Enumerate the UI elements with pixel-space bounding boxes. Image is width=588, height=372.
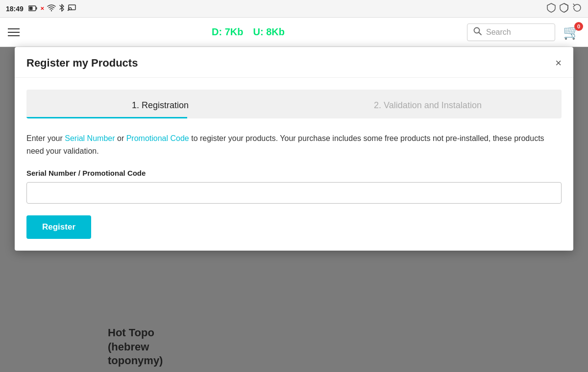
refresh-icon: [572, 3, 582, 15]
modal-title: Register my Products: [26, 57, 138, 70]
battery-icon: [28, 5, 37, 13]
search-icon: [473, 27, 482, 38]
cart-button[interactable]: 🛒 0: [563, 24, 580, 40]
shield1-icon: [547, 3, 556, 15]
right-status-icons: [547, 3, 582, 15]
steps-container: 1. Registration 2. Validation and Instal…: [26, 90, 562, 118]
register-button[interactable]: Register: [26, 215, 91, 239]
description-text: Enter your Serial Number or Promotional …: [26, 132, 562, 157]
serial-number-link[interactable]: Serial Number: [65, 134, 115, 142]
svg-point-3: [51, 10, 52, 11]
battery-x-icon: ✕: [40, 6, 44, 11]
modal-body: 1. Registration 2. Validation and Instal…: [15, 78, 573, 251]
status-time: 18:49: [6, 5, 24, 13]
shield2-icon: [560, 3, 568, 15]
svg-rect-1: [36, 7, 37, 9]
bluetooth-icon: [59, 3, 65, 14]
download-stat: D: 7Kb: [212, 26, 243, 38]
modal-close-button[interactable]: ×: [555, 58, 562, 69]
search-placeholder: Search: [486, 28, 511, 37]
promotional-code-link[interactable]: Promotional Code: [126, 134, 189, 142]
field-label: Serial Number / Promotional Code: [26, 169, 562, 177]
upload-stat: U: 8Kb: [253, 26, 285, 38]
svg-line-7: [479, 32, 482, 35]
step-tab-registration[interactable]: 1. Registration: [26, 90, 294, 118]
cart-badge: 0: [574, 22, 583, 31]
modal-dialog: Register my Products × 1. Registration 2…: [15, 47, 573, 251]
serial-number-input[interactable]: [26, 182, 562, 204]
status-icons: ✕: [28, 3, 76, 14]
cast-icon: [68, 4, 76, 13]
navbar: D: 7Kb U: 8Kb Search 🛒 0: [0, 18, 588, 47]
svg-rect-2: [29, 6, 32, 10]
svg-point-6: [474, 27, 480, 33]
search-area[interactable]: Search: [467, 23, 555, 41]
status-bar: 18:49 ✕: [0, 0, 588, 18]
modal-header: Register my Products ×: [15, 47, 573, 78]
step-tab-validation[interactable]: 2. Validation and Instalation: [294, 90, 562, 118]
hamburger-menu[interactable]: [8, 28, 20, 36]
network-stats: D: 7Kb U: 8Kb: [29, 26, 467, 38]
modal-overlay: Register my Products × 1. Registration 2…: [0, 47, 588, 372]
wifi-icon: [47, 4, 56, 13]
